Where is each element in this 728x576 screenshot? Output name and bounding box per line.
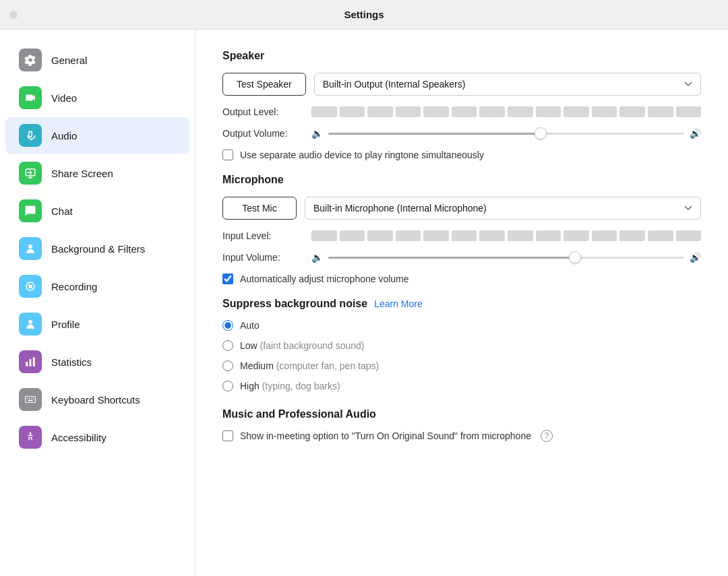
svg-rect-11: [33, 398, 34, 399]
music-audio-section: Music and Professional Audio Show in-mee…: [222, 408, 701, 442]
level-segment: [340, 230, 365, 241]
svg-rect-10: [31, 398, 32, 399]
share-screen-icon: [19, 162, 42, 185]
level-segment: [648, 230, 673, 241]
input-volume-slider-container: 🔈 🔊: [311, 252, 701, 263]
suppress-low-label: Low (faint background sound): [240, 340, 364, 352]
sidebar-item-chat[interactable]: Chat: [5, 193, 189, 229]
general-icon: [19, 49, 42, 71]
speaker-section-title: Speaker: [222, 50, 701, 62]
svg-point-3: [28, 320, 32, 324]
sidebar-item-share-screen[interactable]: Share Screen: [5, 155, 189, 191]
level-segment: [508, 106, 533, 117]
mic-volume-high-icon: 🔊: [690, 252, 701, 263]
suppress-auto-label: Auto: [240, 319, 260, 331]
sidebar-item-label-share-screen: Share Screen: [51, 168, 113, 179]
output-volume-slider[interactable]: [328, 133, 684, 135]
suppress-high-row: High (typing, dog barks): [222, 380, 701, 392]
auto-adjust-checkbox[interactable]: [222, 274, 233, 284]
content-area: Speaker Test Speaker Built-in Output (In…: [195, 30, 728, 576]
output-level-bars: [311, 106, 701, 117]
recording-icon: [19, 275, 42, 298]
sidebar-item-background[interactable]: Background & Filters: [5, 230, 189, 267]
sidebar-item-label-keyboard: Keyboard Shortcuts: [51, 394, 140, 406]
mic-device-select[interactable]: Built-in Microphone (Internal Microphone…: [305, 197, 701, 220]
sidebar-item-general[interactable]: General: [5, 42, 189, 78]
auto-adjust-row: Automatically adjust microphone volume: [222, 274, 701, 284]
suppress-high-desc: (typing, dog barks): [260, 381, 340, 391]
sidebar-item-label-background: Background & Filters: [51, 243, 145, 255]
level-segment: [536, 230, 562, 241]
chat-icon: [19, 199, 42, 222]
test-speaker-button[interactable]: Test Speaker: [222, 73, 306, 96]
statistics-icon: [19, 350, 42, 373]
level-segment: [452, 106, 477, 117]
level-segment: [619, 106, 645, 117]
level-segment: [592, 230, 617, 241]
suppress-low-desc: (faint background sound): [257, 340, 365, 351]
svg-rect-4: [26, 362, 28, 366]
sidebar-item-profile[interactable]: Profile: [5, 306, 189, 342]
sidebar-item-audio[interactable]: Audio: [5, 117, 189, 154]
level-segment: [423, 230, 449, 241]
suppress-low-radio[interactable]: [222, 340, 233, 351]
input-volume-row: Input Volume: 🔈 🔊: [222, 252, 701, 263]
level-segment: [423, 106, 449, 117]
svg-point-0: [28, 245, 32, 249]
original-sound-help-icon[interactable]: ?: [541, 430, 553, 442]
svg-rect-8: [27, 398, 28, 399]
suppress-medium-desc: (computer fan, pen taps): [274, 360, 379, 371]
level-segment: [396, 230, 421, 241]
sidebar-item-label-audio: Audio: [51, 130, 77, 141]
input-volume-label: Input Volume:: [222, 252, 303, 263]
audio-icon: [19, 124, 42, 147]
level-segment: [311, 106, 337, 117]
volume-high-icon: 🔊: [690, 128, 701, 139]
separate-audio-checkbox[interactable]: [222, 150, 233, 160]
traffic-light-close[interactable]: [9, 11, 18, 19]
output-volume-row: Output Volume: 🔈 🔊: [222, 128, 701, 139]
svg-rect-5: [30, 359, 32, 366]
sidebar-item-statistics[interactable]: Statistics: [5, 344, 189, 380]
sidebar-item-accessibility[interactable]: Accessibility: [5, 419, 189, 455]
suppress-low-row: Low (faint background sound): [222, 340, 701, 352]
suppress-auto-radio[interactable]: [222, 320, 233, 331]
level-segment: [619, 230, 645, 241]
suppress-medium-radio[interactable]: [222, 360, 233, 371]
microphone-section: Microphone Test Mic Built-in Microphone …: [222, 174, 701, 284]
suppress-high-radio[interactable]: [222, 381, 233, 391]
original-sound-label: Show in-meeting option to "Turn On Origi…: [240, 430, 531, 441]
sidebar-item-recording[interactable]: Recording: [5, 268, 189, 305]
sidebar-item-label-statistics: Statistics: [51, 356, 92, 368]
input-volume-slider[interactable]: [328, 257, 684, 259]
sidebar-item-label-chat: Chat: [51, 205, 73, 217]
speaker-device-select[interactable]: Built-in Output (Internal Speakers): [314, 73, 701, 96]
level-segment: [367, 106, 393, 117]
suppress-high-main: High: [240, 381, 260, 391]
test-mic-button[interactable]: Test Mic: [222, 197, 297, 220]
level-segment: [536, 106, 562, 117]
level-segment: [508, 230, 533, 241]
output-level-label: Output Level:: [222, 106, 303, 117]
volume-low-icon: 🔈: [311, 128, 323, 139]
mic-device-row: Test Mic Built-in Microphone (Internal M…: [222, 197, 701, 220]
suppress-noise-radio-group: AutoLow (faint background sound)Medium (…: [222, 319, 701, 392]
learn-more-link[interactable]: Learn More: [374, 298, 423, 309]
auto-adjust-label: Automatically adjust microphone volume: [240, 274, 409, 284]
sidebar-item-keyboard[interactable]: Keyboard Shortcuts: [5, 381, 189, 418]
accessibility-icon: [19, 426, 42, 449]
separate-audio-label: Use separate audio device to play ringto…: [240, 150, 484, 160]
original-sound-row: Show in-meeting option to "Turn On Origi…: [222, 430, 701, 442]
output-level-row: Output Level:: [222, 106, 701, 117]
level-segment: [367, 230, 393, 241]
sidebar-item-video[interactable]: Video: [5, 79, 189, 116]
level-segment: [564, 106, 589, 117]
level-segment: [311, 230, 337, 241]
mic-volume-low-icon: 🔈: [311, 252, 323, 263]
sidebar-item-label-profile: Profile: [51, 319, 80, 330]
music-audio-title: Music and Professional Audio: [222, 408, 701, 420]
level-segment: [592, 106, 617, 117]
svg-rect-6: [33, 357, 35, 366]
background-icon: [19, 237, 42, 260]
original-sound-checkbox[interactable]: [222, 430, 233, 441]
